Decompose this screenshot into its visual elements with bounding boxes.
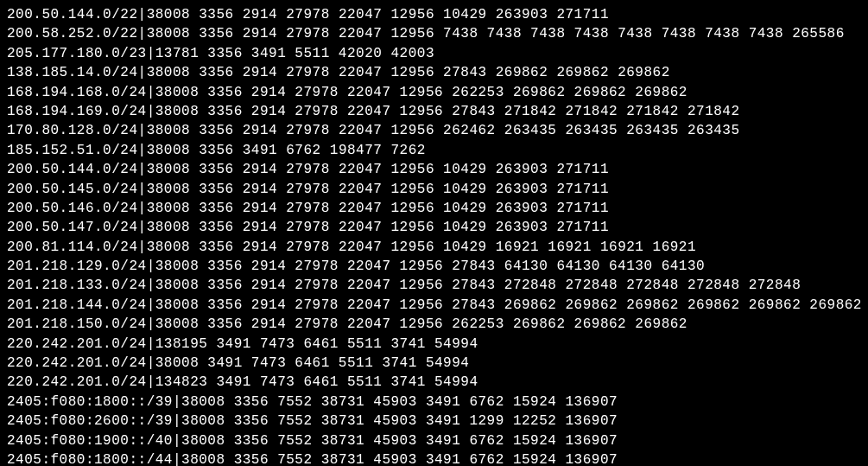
route-prefix: 200.50.145.0/24 (7, 182, 138, 197)
route-as-path: 38008 3356 2914 27978 22047 12956 262253… (155, 316, 687, 332)
separator: | (173, 452, 181, 466)
route-as-path: 38008 3356 3491 6762 198477 7262 (147, 143, 426, 158)
route-as-path: 38008 3356 2914 27978 22047 12956 10429 … (147, 162, 609, 177)
route-line: 201.218.133.0/24|38008 3356 2914 27978 2… (7, 276, 861, 295)
route-as-path: 13781 3356 3491 5511 42020 42003 (155, 46, 434, 61)
route-line: 200.50.144.0/22|38008 3356 2914 27978 22… (7, 5, 861, 24)
route-prefix: 2405:f080:1900::/40 (7, 433, 173, 449)
route-line: 201.218.129.0/24|38008 3356 2914 27978 2… (7, 257, 861, 276)
route-as-path: 38008 3356 2914 27978 22047 12956 10429 … (147, 220, 609, 235)
route-line: 185.152.51.0/24|38008 3356 3491 6762 198… (7, 141, 861, 160)
route-as-path: 38008 3356 2914 27978 22047 12956 10429 … (147, 239, 696, 255)
route-as-path: 38008 3356 2914 27978 22047 12956 10429 … (147, 182, 609, 197)
route-prefix: 138.185.14.0/24 (7, 65, 138, 80)
separator: | (147, 278, 155, 293)
route-as-path: 38008 3356 7552 38731 45903 3491 1299 12… (181, 413, 618, 429)
separator: | (138, 7, 147, 22)
route-prefix: 201.218.144.0/24 (7, 297, 147, 313)
separator: | (138, 162, 147, 177)
route-prefix: 201.218.150.0/24 (7, 316, 147, 332)
route-prefix: 200.50.146.0/24 (7, 201, 138, 216)
route-as-path: 38008 3356 2914 27978 22047 12956 10429 … (147, 7, 609, 22)
route-line: 220.242.201.0/24|38008 3491 7473 6461 55… (7, 354, 861, 373)
route-line: 201.218.144.0/24|38008 3356 2914 27978 2… (7, 296, 861, 315)
route-prefix: 200.50.144.0/24 (7, 162, 138, 177)
separator: | (138, 65, 147, 80)
route-line: 2405:f080:1900::/40|38008 3356 7552 3873… (7, 431, 861, 450)
route-as-path: 38008 3356 2914 27978 22047 12956 27843 … (155, 104, 740, 119)
route-line: 138.185.14.0/24|38008 3356 2914 27978 22… (7, 63, 861, 82)
separator: | (147, 316, 155, 332)
route-prefix: 205.177.180.0/23 (7, 46, 147, 61)
route-line: 220.242.201.0/24|134823 3491 7473 6461 5… (7, 373, 861, 392)
separator: | (138, 239, 147, 255)
route-line: 205.177.180.0/23|13781 3356 3491 5511 42… (7, 44, 861, 63)
route-as-path: 38008 3356 2914 27978 22047 12956 27843 … (155, 278, 801, 293)
route-prefix: 220.242.201.0/24 (7, 355, 147, 371)
separator: | (147, 46, 155, 61)
separator: | (138, 123, 147, 138)
route-prefix: 170.80.128.0/24 (7, 123, 138, 138)
separator: | (138, 220, 147, 235)
separator: | (138, 26, 147, 41)
route-line: 200.58.252.0/22|38008 3356 2914 27978 22… (7, 24, 861, 43)
route-line: 168.194.168.0/24|38008 3356 2914 27978 2… (7, 83, 861, 102)
separator: | (147, 297, 155, 313)
route-line: 170.80.128.0/24|38008 3356 2914 27978 22… (7, 121, 861, 140)
route-prefix: 168.194.168.0/24 (7, 85, 147, 100)
route-prefix: 2405:f080:1800::/39 (7, 394, 173, 410)
route-as-path: 38008 3356 2914 27978 22047 12956 27843 … (155, 259, 705, 274)
route-as-path: 38008 3356 2914 27978 22047 12956 7438 7… (147, 26, 845, 41)
route-line: 201.218.150.0/24|38008 3356 2914 27978 2… (7, 315, 861, 334)
route-as-path: 138195 3491 7473 6461 5511 3741 54994 (155, 336, 478, 352)
route-prefix: 200.50.144.0/22 (7, 7, 138, 22)
separator: | (173, 413, 181, 429)
route-as-path: 134823 3491 7473 6461 5511 3741 54994 (155, 374, 478, 390)
route-as-path: 38008 3356 2914 27978 22047 12956 27843 … (147, 65, 670, 80)
route-line: 200.50.144.0/24|38008 3356 2914 27978 22… (7, 160, 861, 179)
separator: | (147, 374, 155, 390)
route-line: 200.50.145.0/24|38008 3356 2914 27978 22… (7, 180, 861, 199)
route-as-path: 38008 3356 7552 38731 45903 3491 6762 15… (181, 452, 618, 466)
route-line: 168.194.169.0/24|38008 3356 2914 27978 2… (7, 102, 861, 121)
route-line: 200.81.114.0/24|38008 3356 2914 27978 22… (7, 238, 861, 257)
route-line: 2405:f080:1800::/44|38008 3356 7552 3873… (7, 450, 861, 466)
route-as-path: 38008 3356 2914 27978 22047 12956 10429 … (147, 201, 609, 216)
route-prefix: 201.218.129.0/24 (7, 259, 147, 274)
route-as-path: 38008 3356 7552 38731 45903 3491 6762 15… (181, 433, 618, 449)
separator: | (138, 143, 147, 158)
route-prefix: 2405:f080:1800::/44 (7, 452, 173, 466)
route-prefix: 200.50.147.0/24 (7, 220, 138, 235)
route-line: 200.50.147.0/24|38008 3356 2914 27978 22… (7, 218, 861, 237)
separator: | (147, 259, 155, 274)
separator: | (173, 394, 181, 410)
separator: | (147, 355, 155, 371)
separator: | (173, 433, 181, 449)
route-line: 2405:f080:2600::/39|38008 3356 7552 3873… (7, 412, 861, 431)
route-prefix: 220.242.201.0/24 (7, 374, 147, 390)
route-line: 2405:f080:1800::/39|38008 3356 7552 3873… (7, 393, 861, 412)
route-prefix: 200.81.114.0/24 (7, 239, 138, 255)
route-prefix: 2405:f080:2600::/39 (7, 413, 173, 429)
separator: | (138, 201, 147, 216)
separator: | (147, 104, 155, 119)
route-prefix: 201.218.133.0/24 (7, 278, 147, 293)
separator: | (147, 336, 155, 352)
route-as-path: 38008 3356 2914 27978 22047 12956 262462… (147, 123, 740, 138)
route-prefix: 185.152.51.0/24 (7, 143, 138, 158)
route-line: 200.50.146.0/24|38008 3356 2914 27978 22… (7, 199, 861, 218)
terminal-output: 200.50.144.0/22|38008 3356 2914 27978 22… (7, 5, 861, 461)
route-as-path: 38008 3356 2914 27978 22047 12956 262253… (155, 85, 687, 100)
route-line: 220.242.201.0/24|138195 3491 7473 6461 5… (7, 335, 861, 354)
route-as-path: 38008 3491 7473 6461 5511 3741 54994 (155, 355, 470, 371)
route-as-path: 38008 3356 7552 38731 45903 3491 6762 15… (181, 394, 618, 410)
route-as-path: 38008 3356 2914 27978 22047 12956 27843 … (155, 297, 862, 313)
separator: | (147, 85, 155, 100)
route-prefix: 168.194.169.0/24 (7, 104, 147, 119)
separator: | (138, 182, 147, 197)
route-prefix: 200.58.252.0/22 (7, 26, 138, 41)
route-prefix: 220.242.201.0/24 (7, 336, 147, 352)
